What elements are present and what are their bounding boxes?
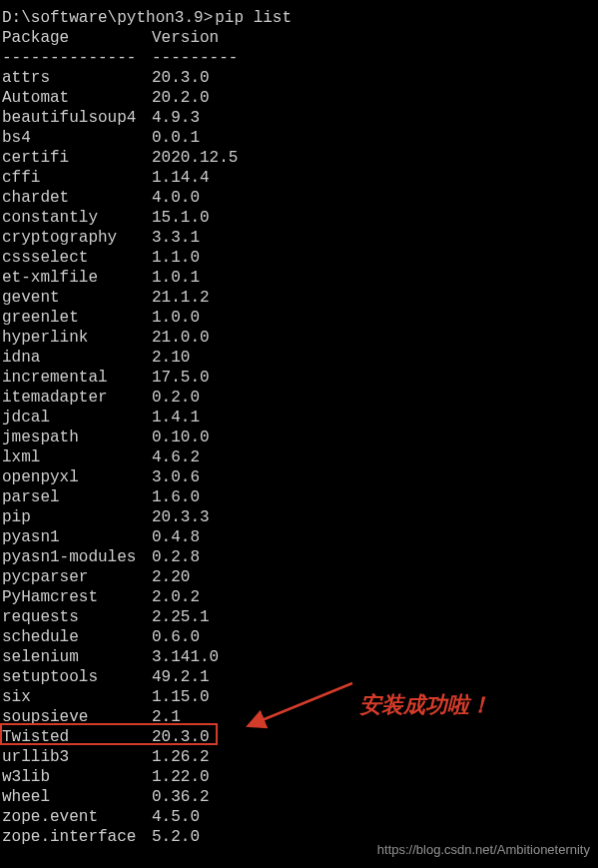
package-row: urllib31.26.2 xyxy=(2,747,596,767)
package-version: 1.15.0 xyxy=(152,687,210,707)
package-name: certifi xyxy=(2,148,152,168)
package-name: Automat xyxy=(2,88,152,108)
package-name: greenlet xyxy=(2,308,152,328)
package-name: cssselect xyxy=(2,248,152,268)
package-version: 15.1.0 xyxy=(152,208,210,228)
package-version: 3.141.0 xyxy=(152,647,219,667)
package-version: 20.2.0 xyxy=(152,88,210,108)
package-name: chardet xyxy=(2,188,152,208)
package-row: constantly15.1.0 xyxy=(2,208,596,228)
package-version: 2.25.1 xyxy=(152,607,210,627)
package-version: 0.6.0 xyxy=(152,627,200,647)
package-name: setuptools xyxy=(2,667,152,687)
package-version: 20.3.3 xyxy=(152,507,210,527)
package-name: requests xyxy=(2,607,152,627)
package-version: 3.0.6 xyxy=(152,467,200,487)
prompt-path: D:\software\python3.9 xyxy=(2,8,204,28)
package-name: attrs xyxy=(2,68,152,88)
package-name: cffi xyxy=(2,168,152,188)
divider-version: --------- xyxy=(152,48,238,68)
package-row: hyperlink21.0.0 xyxy=(2,328,596,348)
package-name: Twisted xyxy=(2,727,152,747)
divider-package: -------------- xyxy=(2,48,152,68)
package-version: 4.5.0 xyxy=(152,807,200,827)
package-name: openpyxl xyxy=(2,467,152,487)
terminal-output: D:\software\python3.9>pip list PackageVe… xyxy=(0,0,598,855)
package-row: Automat20.2.0 xyxy=(2,88,596,108)
package-row: jdcal1.4.1 xyxy=(2,408,596,428)
package-row: Twisted20.3.0 xyxy=(2,727,596,747)
package-row: certifi2020.12.5 xyxy=(2,148,596,168)
package-name: beautifulsoup4 xyxy=(2,108,152,128)
package-version: 20.3.0 xyxy=(152,727,210,747)
package-name: idna xyxy=(2,348,152,368)
package-name: selenium xyxy=(2,647,152,667)
package-row: wheel0.36.2 xyxy=(2,787,596,807)
package-version: 0.4.8 xyxy=(152,527,200,547)
package-row: pycparser2.20 xyxy=(2,567,596,587)
package-row: selenium3.141.0 xyxy=(2,647,596,667)
package-row: cryptography3.3.1 xyxy=(2,228,596,248)
header-version: Version xyxy=(152,28,219,48)
package-row: gevent21.1.2 xyxy=(2,288,596,308)
package-name: six xyxy=(2,687,152,707)
command-text: pip list xyxy=(215,8,292,28)
package-name: incremental xyxy=(2,368,152,388)
package-row: six1.15.0 xyxy=(2,687,596,707)
package-version: 1.22.0 xyxy=(152,767,210,787)
package-row: itemadapter0.2.0 xyxy=(2,388,596,408)
package-name: cryptography xyxy=(2,228,152,248)
package-version: 0.2.8 xyxy=(152,547,200,567)
package-version: 0.2.0 xyxy=(152,388,200,408)
package-version: 1.4.1 xyxy=(152,408,200,428)
package-row: greenlet1.0.0 xyxy=(2,308,596,328)
package-version: 17.5.0 xyxy=(152,368,210,388)
package-version: 1.0.0 xyxy=(152,308,200,328)
package-name: itemadapter xyxy=(2,388,152,408)
package-name: PyHamcrest xyxy=(2,587,152,607)
package-list: attrs20.3.0Automat20.2.0beautifulsoup44.… xyxy=(2,68,596,847)
package-name: lxml xyxy=(2,447,152,467)
package-name: parsel xyxy=(2,487,152,507)
package-version: 5.2.0 xyxy=(152,827,200,847)
package-version: 4.6.2 xyxy=(152,447,200,467)
package-version: 4.0.0 xyxy=(152,188,200,208)
package-row: chardet4.0.0 xyxy=(2,188,596,208)
package-row: openpyxl3.0.6 xyxy=(2,467,596,487)
package-name: pyasn1 xyxy=(2,527,152,547)
package-row: beautifulsoup44.9.3 xyxy=(2,108,596,128)
package-version: 1.1.0 xyxy=(152,248,200,268)
package-row: lxml4.6.2 xyxy=(2,447,596,467)
package-name: et-xmlfile xyxy=(2,268,152,288)
package-version: 21.0.0 xyxy=(152,328,210,348)
package-row: et-xmlfile1.0.1 xyxy=(2,268,596,288)
package-name: schedule xyxy=(2,627,152,647)
package-name: w3lib xyxy=(2,767,152,787)
package-name: bs4 xyxy=(2,128,152,148)
package-row: pyasn10.4.8 xyxy=(2,527,596,547)
package-row: pip20.3.3 xyxy=(2,507,596,527)
package-row: zope.event4.5.0 xyxy=(2,807,596,827)
package-version: 3.3.1 xyxy=(152,228,200,248)
package-version: 1.0.1 xyxy=(152,268,200,288)
package-name: zope.interface xyxy=(2,827,152,847)
package-version: 2.20 xyxy=(152,567,190,587)
package-name: pycparser xyxy=(2,567,152,587)
package-row: bs40.0.1 xyxy=(2,128,596,148)
package-name: pyasn1-modules xyxy=(2,547,152,567)
prompt-arrow: > xyxy=(204,8,214,28)
package-row: schedule0.6.0 xyxy=(2,627,596,647)
annotation-text: 安装成功啦！ xyxy=(359,695,491,715)
package-version: 0.10.0 xyxy=(152,428,210,447)
package-version: 2.0.2 xyxy=(152,587,200,607)
package-name: hyperlink xyxy=(2,328,152,348)
package-version: 2.10 xyxy=(152,348,190,368)
divider-row: ----------------------- xyxy=(2,48,596,68)
package-name: wheel xyxy=(2,787,152,807)
package-name: jdcal xyxy=(2,408,152,428)
package-name: zope.event xyxy=(2,807,152,827)
package-name: gevent xyxy=(2,288,152,308)
package-version: 4.9.3 xyxy=(152,108,200,128)
package-version: 0.36.2 xyxy=(152,787,210,807)
package-version: 1.6.0 xyxy=(152,487,200,507)
